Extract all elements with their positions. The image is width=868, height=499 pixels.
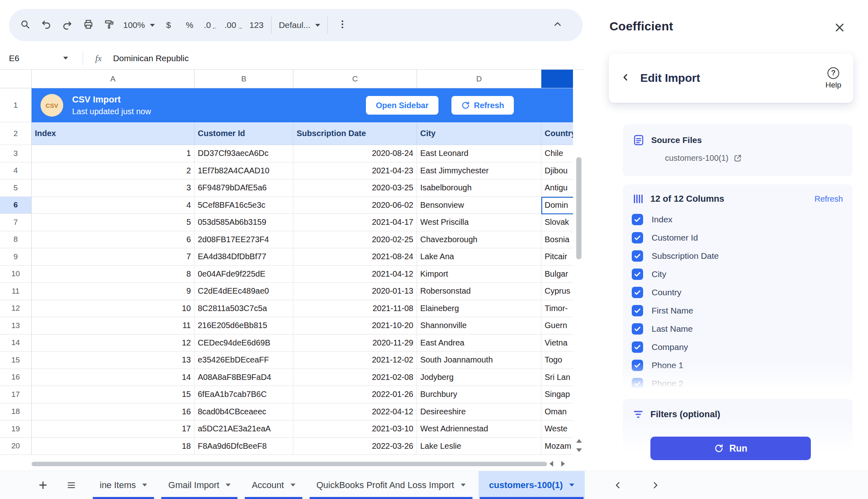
cell-subscription-date[interactable]: 2020-11-29: [293, 335, 417, 352]
prev-tabs-button[interactable]: [609, 476, 627, 494]
cell-subscription-date[interactable]: 2020-03-25: [293, 179, 417, 197]
cell-country[interactable]: Mozam: [541, 438, 573, 455]
column-checkbox-row[interactable]: Company: [623, 338, 853, 356]
column-checkbox-row[interactable]: City: [623, 265, 853, 283]
checkbox-checked[interactable]: [632, 305, 643, 316]
cell-index[interactable]: 3: [32, 179, 195, 197]
cell-customer-id[interactable]: 8cad0b4CBceaeec: [195, 403, 293, 421]
column-checkbox-row[interactable]: Phone 1: [623, 356, 853, 374]
cell-subscription-date[interactable]: 2021-11-08: [293, 300, 417, 318]
cell-subscription-date[interactable]: 2020-08-24: [293, 145, 417, 162]
cell-customer-id[interactable]: 053d585Ab6b3159: [195, 214, 293, 231]
cell-customer-id[interactable]: e35426EbDEceaFF: [195, 352, 293, 369]
cell-city[interactable]: Jodyberg: [417, 369, 541, 386]
checkbox-checked[interactable]: [632, 341, 643, 353]
row-number[interactable]: 4: [0, 162, 32, 180]
scroll-up-icon[interactable]: [576, 439, 582, 443]
run-button[interactable]: Run: [650, 437, 811, 460]
vertical-scrollbar-thumb[interactable]: [576, 157, 582, 259]
chevron-down-icon[interactable]: [226, 484, 231, 486]
cell-customer-id[interactable]: 216E205d6eBb815: [195, 317, 293, 335]
cell-city[interactable]: Desireeshire: [417, 403, 541, 421]
checkbox-checked[interactable]: [632, 287, 643, 298]
row-number[interactable]: 2: [0, 122, 32, 145]
percent-format-button[interactable]: %: [179, 14, 200, 36]
column-header-e[interactable]: E: [541, 70, 573, 88]
close-sidebar-button[interactable]: [832, 21, 847, 36]
column-checkbox-row[interactable]: Phone 2: [623, 374, 853, 392]
column-header-b[interactable]: B: [195, 70, 293, 88]
cell-subscription-date[interactable]: 2021-04-23: [293, 162, 417, 180]
scroll-left-icon[interactable]: [549, 461, 553, 467]
cell-customer-id[interactable]: 1Ef7b82A4CAAD10: [195, 162, 293, 180]
column-label-customer-id[interactable]: Customer Id: [195, 122, 293, 145]
cell-subscription-date[interactable]: 2022-04-12: [293, 403, 417, 421]
column-header-d[interactable]: D: [417, 70, 541, 88]
cell-country[interactable]: Timor-: [541, 300, 573, 318]
row-number[interactable]: 10: [0, 266, 32, 283]
cell-country[interactable]: Chile: [541, 145, 573, 162]
row-number[interactable]: 17: [0, 386, 32, 403]
cell-subscription-date[interactable]: 2021-03-10: [293, 420, 417, 438]
row-number[interactable]: 13: [0, 317, 32, 335]
columns-refresh-link[interactable]: Refresh: [815, 194, 843, 204]
cell-country[interactable]: Domin: [541, 197, 573, 214]
row-number[interactable]: 18: [0, 403, 32, 421]
row-number[interactable]: 12: [0, 300, 32, 318]
column-label-city[interactable]: City: [417, 122, 541, 145]
cell-city[interactable]: East Leonard: [417, 145, 541, 162]
search-button[interactable]: [15, 14, 36, 36]
more-options-button[interactable]: [332, 14, 353, 36]
cell-country[interactable]: Antigu: [541, 179, 573, 197]
checkbox-checked[interactable]: [632, 360, 643, 371]
increase-decimal-button[interactable]: .00 →: [221, 14, 246, 36]
chevron-down-icon[interactable]: [142, 484, 147, 486]
cell-city[interactable]: West Adriennestad: [417, 420, 541, 438]
cell-customer-id[interactable]: 0e04AFde9f225dE: [195, 266, 293, 283]
cell-index[interactable]: 14: [32, 369, 195, 386]
cell-index[interactable]: 16: [32, 403, 195, 421]
row-number[interactable]: 16: [0, 369, 32, 386]
cell-city[interactable]: East Jimmychester: [417, 162, 541, 180]
sheet-tab-customers-100-1[interactable]: customers-100(1): [479, 471, 585, 499]
column-checkbox-row[interactable]: Subscription Date: [623, 247, 853, 265]
column-header-c[interactable]: C: [293, 70, 417, 88]
cell-customer-id[interactable]: 6fEaA1b7cab7B6C: [195, 386, 293, 403]
column-header-a[interactable]: A: [32, 70, 195, 88]
row-number[interactable]: 14: [0, 335, 32, 352]
cell-country[interactable]: Singap: [541, 386, 573, 403]
cell-index[interactable]: 13: [32, 352, 195, 369]
cell-customer-id[interactable]: 8C2811a503C7c5a: [195, 300, 293, 318]
row-number[interactable]: 15: [0, 352, 32, 369]
cell-customer-id[interactable]: F8Aa9d6DfcBeeF8: [195, 438, 293, 455]
cell-index[interactable]: 10: [32, 300, 195, 318]
add-sheet-button[interactable]: +: [34, 476, 52, 494]
column-checkbox-row[interactable]: Index: [623, 210, 853, 228]
checkbox-checked[interactable]: [632, 269, 643, 280]
cell-index[interactable]: 9: [32, 283, 195, 300]
cell-index[interactable]: 2: [32, 162, 195, 180]
cell-customer-id[interactable]: 2d08FB17EE273F4: [195, 231, 293, 249]
checkbox-checked[interactable]: [632, 378, 643, 389]
column-label-index[interactable]: Index: [32, 122, 195, 145]
cell-city[interactable]: South Joannamouth: [417, 352, 541, 369]
row-number[interactable]: 3: [0, 145, 32, 162]
checkbox-checked[interactable]: [632, 232, 643, 243]
cell-customer-id[interactable]: 5Cef8BFA16c5e3c: [195, 197, 293, 214]
cell-customer-id[interactable]: A08A8aF8BE9FaD4: [195, 369, 293, 386]
cell-customer-id[interactable]: EA4d384DfDbBf77: [195, 248, 293, 266]
cell-index[interactable]: 18: [32, 438, 195, 455]
cell-country[interactable]: Pitcair: [541, 248, 573, 266]
cell-city[interactable]: West Priscilla: [417, 214, 541, 231]
cell-city[interactable]: Lake Leslie: [417, 438, 541, 455]
next-tabs-button[interactable]: [646, 476, 664, 494]
cell-country[interactable]: Sri Lan: [541, 369, 573, 386]
sheet-tab-gmail-import[interactable]: Gmail Import: [160, 471, 239, 499]
cell-country[interactable]: Vietna: [541, 335, 573, 352]
column-label-subscription-date[interactable]: Subscription Date: [293, 122, 417, 145]
cell-country[interactable]: Slovak: [541, 214, 573, 231]
chevron-down-icon[interactable]: [291, 484, 295, 486]
row-number[interactable]: 5: [0, 179, 32, 197]
column-checkbox-row[interactable]: Customer Id: [623, 228, 853, 247]
checkbox-checked[interactable]: [632, 250, 643, 262]
